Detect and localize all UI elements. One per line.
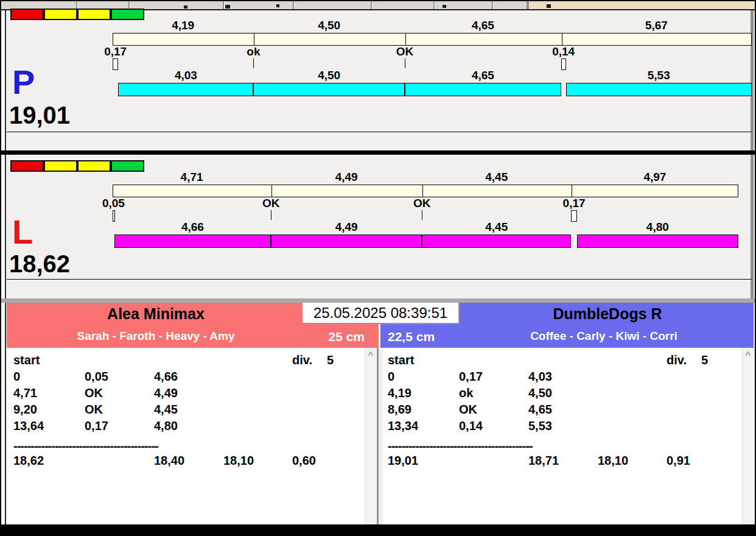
window-left-edge [5,10,6,524]
table-separator: ----------------------------------------… [13,439,158,453]
split-time-label: 4,97 [643,171,666,183]
status-light [44,160,77,172]
scroll-up-icon[interactable]: ^ [743,350,754,359]
flyball-timing-window: P19,014,194,504,655,670,17okOK0,144,034,… [0,0,756,536]
team-left-results-table [7,348,377,524]
team-right-name: DumbleDogs R [553,305,662,322]
split-time-label: 4,19 [172,19,194,32]
crossing-label: 0,17 [563,197,586,210]
table-cell: 8,69 [388,403,411,417]
table-total: 18,71 [528,454,559,468]
crossing-ok-tick [405,58,405,68]
crossing-label: 0,05 [102,197,125,210]
bottom-status-bar [1,524,755,535]
split-divider [422,185,423,197]
crossing-label: OK [396,46,414,58]
lane-separator [1,150,755,155]
table-total: 19,01 [388,454,418,468]
status-light [44,9,77,20]
dog-time-label: 4,50 [318,69,340,82]
split-time-label: 4,71 [181,171,203,183]
status-light [10,9,44,20]
split-bar [113,33,752,46]
crossing-label: 0,17 [104,46,127,58]
split-divider [562,34,562,45]
table-cell: 9,20 [13,403,37,417]
crossing-label: 0,14 [552,46,575,58]
table-total: 0,91 [667,454,690,468]
crossing-fault-box [571,210,576,222]
team-right-dogs: Coffee - Carly - Kiwi - Corri [530,330,677,343]
team-left-name: Alea Minimax [107,305,205,322]
panel-underline [7,132,752,132]
clipped-text-mark [547,4,551,8]
table-cell: 0 [13,370,20,384]
table-total: 18,10 [598,454,628,468]
crossing-fault-box [113,58,118,70]
table-total: 18,62 [13,454,44,468]
clipped-text-mark [276,4,279,7]
table-cell: 4,50 [528,386,552,400]
dog-run-segment [566,83,752,96]
crossing-label: OK [262,197,280,210]
lane-label: P [12,66,35,99]
dog-run-segment [405,83,561,96]
dog-time-label: 4,66 [181,221,204,233]
table-cell: ok [459,386,473,400]
table-cell: 13,34 [388,419,418,433]
table-cell: OK [85,403,103,417]
table-divider [377,348,379,524]
toolbar-button[interactable] [372,1,435,9]
table-cell: 4,19 [388,386,411,400]
table-total: 0,60 [292,454,316,468]
clipped-text-mark [443,5,446,8]
table-cell: 0,05 [85,370,108,384]
team-left-jump-height: 25 cm [328,330,365,344]
split-divider [254,34,254,45]
status-light [111,160,144,172]
table-cell: 4,65 [528,403,552,417]
crossing-ok-tick [422,210,422,220]
toolbar-button[interactable] [224,1,294,9]
right-table-scrollbar[interactable]: ^ [742,348,754,524]
table-start-label: start [388,353,414,367]
crossing-ok-tick [253,58,254,68]
status-light [111,9,144,20]
split-time-label: 4,45 [485,171,508,183]
table-cell: 4,80 [154,419,178,433]
table-cell: 13,64 [13,419,44,433]
crossing-fault-box [561,58,566,70]
table-cell: 0,14 [459,419,483,433]
dog-run-segment [114,234,271,248]
split-divider [572,185,572,197]
dog-time-label: 4,45 [485,221,508,233]
crossing-fault-box [113,210,115,222]
table-cell: OK [85,386,103,400]
table-cell: 4,03 [528,370,552,384]
dog-time-label: 4,49 [335,221,358,233]
status-light [10,160,44,172]
left-table-scrollbar[interactable]: ^ [365,348,376,524]
toolbar-button[interactable] [294,1,372,9]
dog-time-label: 4,80 [646,221,669,233]
split-time-label: 4,49 [335,171,358,183]
table-cell: 4,45 [154,403,178,417]
dog-time-label: 4,65 [472,69,494,82]
clock-text: 25.05.2025 08:39:51 [313,305,447,322]
team-left-dogs: Sarah - Faroth - Heavy - Amy [77,330,234,343]
table-start-label: start [13,353,40,367]
team-right-results-table [383,348,754,524]
clock: 25.05.2025 08:39:51 [303,303,460,324]
dog-time-label: 5,53 [648,69,670,82]
table-cell: 0,17 [459,370,483,384]
toolbar-button[interactable] [493,1,528,9]
table-div-value: 5 [327,353,334,367]
dog-run-segment [577,234,738,248]
lane-total-time: 18,62 [9,251,70,277]
clipped-text-mark [184,5,187,9]
toolbar-tan-panel [528,1,755,9]
scroll-up-icon[interactable]: ^ [365,350,376,359]
status-light [77,160,111,172]
status-light [77,9,111,20]
dog-time-label: 4,03 [175,69,197,82]
